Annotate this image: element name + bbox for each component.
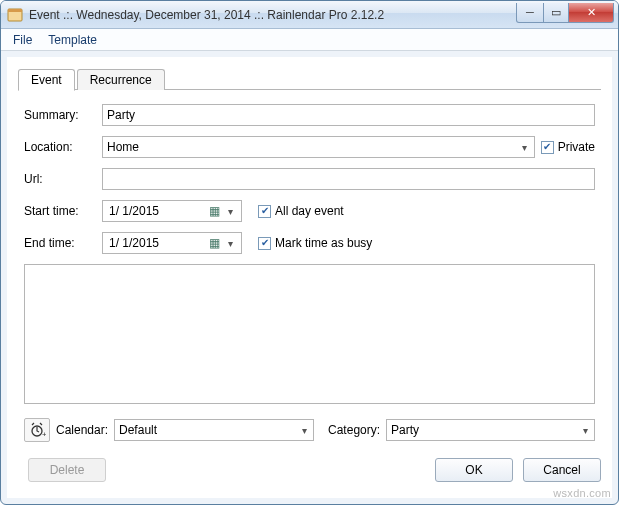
chevron-down-icon: ▾ <box>518 142 532 153</box>
tab-event[interactable]: Event <box>18 69 75 91</box>
label-private: Private <box>558 140 595 154</box>
client-area: Event Recurrence Summary: Location: Home… <box>7 57 612 498</box>
menu-file[interactable]: File <box>5 31 40 49</box>
label-allday: All day event <box>275 204 344 218</box>
close-button[interactable]: ✕ <box>568 3 614 23</box>
cancel-button[interactable]: Cancel <box>523 458 601 482</box>
start-date-value: 1/ 1/2015 <box>107 204 209 218</box>
maximize-button[interactable]: ▭ <box>543 3 569 23</box>
titlebar[interactable]: Event .:. Wednesday, December 31, 2014 .… <box>1 1 618 29</box>
window-controls: ─ ▭ ✕ <box>517 3 614 23</box>
label-location: Location: <box>24 140 96 154</box>
location-combo[interactable]: Home ▾ <box>102 136 535 158</box>
calendar-combo[interactable]: Default ▾ <box>114 419 314 441</box>
label-url: Url: <box>24 172 96 186</box>
checkbox-icon: ✔ <box>541 141 554 154</box>
checkbox-icon: ✔ <box>258 205 271 218</box>
location-value: Home <box>107 140 139 154</box>
tabstrip: Event Recurrence <box>18 66 601 90</box>
private-checkbox[interactable]: ✔ Private <box>541 140 595 154</box>
svg-rect-1 <box>8 9 22 12</box>
menubar: File Template <box>1 29 618 51</box>
calendar-icon: ▦ <box>209 204 223 218</box>
label-calendar: Calendar: <box>56 423 108 437</box>
event-form: Summary: Location: Home ▾ ✔ Private Url: <box>18 90 601 448</box>
label-start-time: Start time: <box>24 204 96 218</box>
category-value: Party <box>391 423 419 437</box>
chevron-down-icon: ▾ <box>297 425 311 436</box>
window-title: Event .:. Wednesday, December 31, 2014 .… <box>29 8 517 22</box>
summary-input[interactable] <box>102 104 595 126</box>
start-date-picker[interactable]: 1/ 1/2015 ▦ ▾ <box>102 200 242 222</box>
label-summary: Summary: <box>24 108 96 122</box>
watermark: wsxdn.com <box>553 487 611 499</box>
minimize-button[interactable]: ─ <box>516 3 544 23</box>
ok-button[interactable]: OK <box>435 458 513 482</box>
end-date-value: 1/ 1/2015 <box>107 236 209 250</box>
svg-text:+: + <box>42 430 46 439</box>
alarm-button[interactable]: + <box>24 418 50 442</box>
calendar-icon: ▦ <box>209 236 223 250</box>
tab-recurrence[interactable]: Recurrence <box>77 69 165 90</box>
button-bar: Delete OK Cancel <box>18 454 601 482</box>
app-window: Event .:. Wednesday, December 31, 2014 .… <box>0 0 619 505</box>
app-icon <box>7 7 23 23</box>
allday-checkbox[interactable]: ✔ All day event <box>258 204 344 218</box>
busy-checkbox[interactable]: ✔ Mark time as busy <box>258 236 372 250</box>
category-combo[interactable]: Party ▾ <box>386 419 595 441</box>
checkbox-icon: ✔ <box>258 237 271 250</box>
chevron-down-icon: ▾ <box>223 238 237 249</box>
calendar-value: Default <box>119 423 157 437</box>
notes-textarea[interactable] <box>24 264 595 404</box>
url-input[interactable] <box>102 168 595 190</box>
label-end-time: End time: <box>24 236 96 250</box>
chevron-down-icon: ▾ <box>578 425 592 436</box>
chevron-down-icon: ▾ <box>223 206 237 217</box>
label-category: Category: <box>328 423 380 437</box>
end-date-picker[interactable]: 1/ 1/2015 ▦ ▾ <box>102 232 242 254</box>
menu-template[interactable]: Template <box>40 31 105 49</box>
delete-button[interactable]: Delete <box>28 458 106 482</box>
label-busy: Mark time as busy <box>275 236 372 250</box>
